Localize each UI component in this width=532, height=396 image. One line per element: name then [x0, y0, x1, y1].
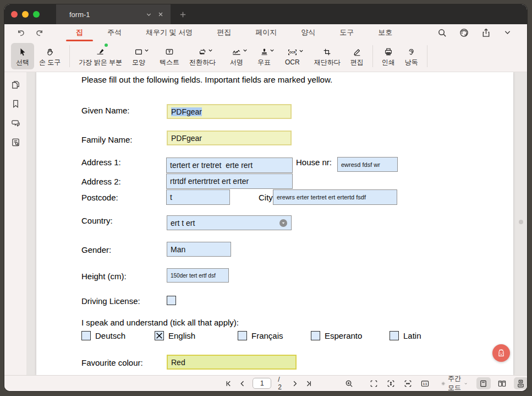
shapes-tool-button[interactable]: 모양 [127, 43, 150, 69]
menu-tab-edit[interactable]: 편집 [217, 28, 231, 37]
text-box-icon [165, 46, 174, 56]
crop-tool-button[interactable]: 재단하다 [309, 43, 345, 69]
support-headset-icon[interactable] [459, 28, 469, 37]
family-name-label: Family Name: [81, 135, 133, 144]
first-page-icon[interactable] [224, 379, 232, 388]
zoom-window-button[interactable] [33, 11, 40, 18]
page-thumbnails-icon[interactable] [11, 80, 20, 89]
zoom-in-icon[interactable] [345, 379, 353, 388]
language-option-esperanto[interactable]: Esperanto [311, 331, 362, 340]
postcode-field[interactable]: t [166, 189, 230, 205]
menu-tab-annotate[interactable]: 주석 [107, 28, 122, 37]
highlighter-active-dot [105, 44, 108, 47]
francais-checkbox[interactable] [238, 331, 247, 340]
single-page-view-button[interactable] [476, 377, 491, 389]
doc-search-icon[interactable] [11, 138, 20, 147]
language-option-deutsch[interactable]: Deutsch [81, 331, 125, 340]
tab-close-icon[interactable] [156, 10, 165, 19]
edit-tool-button[interactable]: 편집 [345, 43, 369, 69]
day-mode-label: 주간 모드 [448, 374, 462, 391]
menu-tab-fill-sign[interactable]: 채우기 및 서명 [146, 28, 193, 37]
city-field[interactable]: erewrs erter tertret ert ertertd fsdf [273, 189, 397, 205]
comments-icon[interactable] [11, 118, 20, 128]
address2-field[interactable]: rtrtdf ertertrtret ert erter [166, 173, 293, 189]
country-dropdown[interactable]: ert t ert [167, 215, 292, 230]
page-number-input[interactable] [253, 378, 271, 389]
hand-icon [46, 46, 54, 56]
minimize-window-button[interactable] [22, 11, 29, 18]
document-tab-title: form-1 [69, 10, 141, 19]
gender-field[interactable]: Man [167, 242, 231, 257]
cursor-icon [18, 46, 27, 56]
fit-width-icon[interactable] [404, 379, 412, 388]
menu-tab-protect[interactable]: 보호 [378, 28, 392, 37]
read-aloud-button[interactable]: 낭독 [400, 43, 423, 69]
zoom-controls: 1:1 [345, 379, 429, 388]
height-field[interactable]: 150der tert ertf dsf [167, 268, 229, 283]
ribbon-collapse-chevron-icon[interactable] [503, 28, 513, 37]
next-page-icon[interactable] [291, 379, 299, 388]
two-page-view-button[interactable] [495, 377, 509, 389]
deutsch-checkbox[interactable] [81, 331, 91, 340]
ocr-tool-button[interactable]: OCR OCR [280, 43, 305, 69]
search-icon[interactable] [437, 28, 447, 37]
robot-icon [496, 348, 506, 358]
house-nr-label: House nr: [296, 158, 332, 167]
actual-size-icon[interactable]: 1:1 [421, 379, 429, 388]
fit-height-icon[interactable] [387, 379, 395, 388]
menu-tab-page[interactable]: 페이지 [255, 28, 277, 37]
print-button[interactable]: 인쇄 [377, 43, 400, 69]
given-name-field[interactable]: PDFgear [167, 104, 292, 119]
bookmark-icon[interactable] [11, 99, 20, 109]
redo-icon[interactable] [35, 28, 44, 37]
language-option-francais[interactable]: Français [238, 331, 283, 340]
display-mode-control[interactable]: 주간 모드 [441, 374, 468, 391]
family-name-field[interactable]: PDFgear [167, 131, 292, 145]
house-nr-field[interactable]: ewresd fdsf wr [337, 157, 398, 172]
previous-page-icon[interactable] [239, 379, 246, 388]
sign-tool-button[interactable]: 서명 [225, 43, 248, 69]
close-window-button[interactable] [11, 11, 18, 18]
convert-icon [198, 46, 207, 56]
stamp-icon [260, 46, 268, 56]
convert-tool-button[interactable]: 전환하다 [184, 43, 221, 69]
signature-icon [232, 46, 242, 56]
favourite-colour-field[interactable]: Red [167, 355, 297, 370]
two-page-view-icon [498, 379, 506, 388]
continuous-scroll-view-button[interactable] [514, 377, 527, 389]
language-option-english[interactable]: English [155, 331, 195, 340]
menu-tab-form[interactable]: 양식 [301, 28, 315, 37]
undo-icon[interactable] [17, 28, 26, 37]
tab-chevron-down-icon[interactable] [144, 10, 153, 19]
highlight-tool-button[interactable]: 가장 밝은 부분 [74, 43, 127, 69]
esperanto-checkbox[interactable] [311, 331, 320, 340]
latin-checkbox[interactable] [390, 331, 399, 340]
text-tool-button[interactable]: 텍스트 [155, 43, 184, 69]
fit-page-icon[interactable] [370, 379, 378, 388]
printer-icon [384, 46, 393, 56]
given-name-label: Given Name: [81, 106, 130, 115]
driving-license-checkbox[interactable] [167, 296, 176, 305]
select-tool-button[interactable]: 선택 [11, 43, 34, 69]
ocr-icon: OCR [287, 46, 298, 57]
stamp-tool-button[interactable]: 우표 [253, 43, 276, 69]
hand-tool-button[interactable]: 손 도구 [34, 43, 65, 69]
sun-icon [441, 379, 445, 388]
toolbar-divider [427, 45, 427, 67]
language-option-latin[interactable]: Latin [390, 331, 421, 340]
traffic-lights [4, 11, 47, 18]
address1-field[interactable]: tertert er tretret erte rert [166, 158, 293, 173]
ai-assistant-button[interactable] [492, 344, 510, 362]
last-page-icon[interactable] [305, 379, 313, 388]
share-icon[interactable] [481, 28, 491, 37]
menu-tab-home[interactable]: 집 [76, 28, 83, 37]
document-tab[interactable]: form-1 [56, 4, 171, 24]
vertical-scrollbar-thumb[interactable] [519, 220, 523, 224]
new-tab-button[interactable] [177, 9, 188, 20]
english-checkbox[interactable] [155, 331, 164, 340]
app-window: form-1 집 [4, 4, 527, 391]
document-area[interactable]: Please fill out the following fields. Im… [26, 72, 527, 375]
country-dropdown-chevron-icon[interactable] [279, 219, 287, 227]
menu-tab-tools[interactable]: 도구 [339, 28, 354, 37]
day-mode-chevron-icon [464, 381, 467, 387]
